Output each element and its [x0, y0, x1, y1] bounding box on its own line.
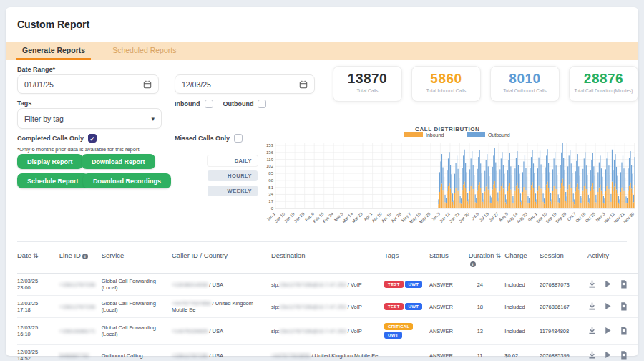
missed-calls-checkbox[interactable] [234, 134, 243, 143]
cell-caller: +14075339805 / USA [172, 318, 271, 345]
tags-label: Tags [17, 100, 31, 107]
date-from-value: 01/01/25 [24, 80, 143, 89]
document-icon[interactable] [619, 326, 628, 335]
period-button-daily[interactable]: DAILY [208, 155, 258, 166]
custom-report-card: Custom Report Generate Reports Scheduled… [6, 7, 638, 356]
play-icon[interactable] [603, 326, 613, 335]
col-header-label: Destination [271, 251, 306, 259]
download-icon[interactable] [587, 302, 597, 311]
sort-icon[interactable]: ⇅ [496, 252, 502, 259]
date-from-input[interactable]: 01/01/25 [17, 74, 159, 94]
play-icon[interactable] [603, 350, 613, 360]
cell-service: Global Call Forwarding (Local) [102, 296, 172, 318]
calendar-icon[interactable] [143, 80, 152, 89]
tag-badge-uwt: UWT [384, 332, 402, 339]
display-report-button[interactable]: Display Report [17, 154, 83, 169]
cell-caller: +15612767156 / USA [172, 345, 271, 361]
cell-session: 2076887073 [540, 274, 587, 296]
completed-calls-row: Completed Calls Only ✓ [17, 134, 97, 143]
cell-line-id: +15610086171 [59, 318, 102, 345]
col-header-label: Date [17, 251, 31, 259]
tab-scheduled-reports[interactable]: Scheduled Reports [107, 42, 182, 60]
tab-generate-reports[interactable]: Generate Reports [16, 42, 91, 60]
svg-text:51: 51 [268, 186, 273, 190]
play-icon[interactable] [603, 302, 613, 311]
completed-calls-checkbox[interactable]: ✓ [88, 134, 97, 143]
svg-text:0: 0 [271, 206, 274, 211]
cell-activity [587, 318, 638, 345]
svg-text:Sep 28: Sep 28 [555, 211, 567, 223]
col-header-charge: Charge [504, 246, 540, 274]
svg-text:Mar 23: Mar 23 [351, 211, 364, 223]
cell-status: ANSWER [429, 318, 469, 345]
period-button-weekly[interactable]: WEEKLY [208, 186, 258, 196]
inbound-label: Inbound [175, 100, 200, 107]
sort-icon[interactable]: ⇅ [33, 252, 39, 259]
col-header-destination: Destination [271, 246, 384, 274]
tag-badge-uwt: UWT [405, 281, 423, 288]
svg-text:153: 153 [266, 143, 274, 148]
col-header-date[interactable]: Date⇅ [17, 246, 59, 274]
table-row: 12/03/2517:18+15612767156Global Call For… [17, 296, 638, 318]
tag-badge-test: TEST [384, 303, 404, 310]
download-icon[interactable] [587, 350, 597, 360]
inbound-checkbox[interactable] [205, 100, 213, 108]
col-header-label: Service [102, 251, 125, 259]
cell-date: 12/03/2517:18 [17, 296, 59, 318]
cell-caller: +447577937856 / United Kingdom Mobile Ee [172, 296, 271, 318]
stat-value: 28876 [570, 71, 638, 87]
col-header-service: Service [102, 246, 172, 274]
calendar-icon[interactable] [299, 80, 308, 89]
outbound-checkbox[interactable] [258, 100, 266, 108]
dest-prefix: sip: [271, 281, 280, 288]
completed-calls-label: Completed Calls Only [17, 135, 84, 142]
document-icon[interactable] [619, 279, 628, 289]
download-report-button[interactable]: Download Report [82, 154, 155, 169]
stat-card-1: 5860Total Inbound Calls [411, 66, 481, 102]
download-recordings-button[interactable]: Download Recordings [83, 173, 171, 188]
dest-number: 15e12767156@10.7.47.253 [280, 281, 346, 288]
svg-text:Oct 16: Oct 16 [575, 211, 586, 223]
download-icon[interactable] [587, 326, 597, 335]
cell-tags: CRITICALUWT [384, 318, 429, 345]
col-header-duration[interactable]: Duration⇅i [469, 246, 505, 274]
tag-filter-select[interactable]: Filter by tag ▾ [17, 108, 162, 129]
cell-line-id: 5466887792 [59, 345, 102, 361]
document-icon[interactable] [619, 350, 628, 360]
table-row: 12/03/2514:525466887792Outbound Calling+… [17, 345, 638, 361]
date-to-input[interactable]: 12/03/25 [175, 74, 315, 94]
tag-badge-critical: CRITICAL [384, 323, 413, 330]
cell-status: ANSWER [429, 345, 469, 361]
caller-number: +447577937856 [172, 300, 210, 307]
dest-number: 15e12767156@10.7.47.253 [280, 304, 346, 310]
info-icon[interactable]: i [470, 261, 476, 267]
play-icon[interactable] [603, 279, 613, 289]
svg-text:136: 136 [266, 150, 274, 155]
schedule-report-button[interactable]: Schedule Report [17, 173, 89, 188]
svg-text:Inbound: Inbound [426, 133, 444, 138]
document-icon[interactable] [619, 302, 628, 311]
cell-charge: Included [504, 318, 540, 345]
date-value: 12/03/25 [17, 300, 57, 307]
line-id-value: +15610086171 [59, 328, 95, 334]
chart-period-buttons: DAILYHOURLYWEEKLY [208, 155, 258, 196]
stat-value: 5860 [412, 71, 480, 87]
cell-duration: 13 [469, 318, 505, 345]
download-icon[interactable] [587, 279, 597, 289]
table-row: 12/03/2516:10+15610086171Global Call For… [17, 318, 638, 345]
info-icon[interactable]: i [82, 254, 88, 259]
col-header-label: Tags [384, 251, 399, 259]
cell-duration: 18 [469, 296, 505, 318]
cell-status: ANSWER [429, 274, 469, 296]
outbound-label: Outbound [223, 100, 254, 107]
time-value: 16:10 [17, 331, 57, 337]
date-to-value: 12/03/25 [182, 80, 299, 89]
cell-activity [587, 345, 638, 361]
tag-filter-value: Filter by tag [24, 115, 151, 123]
stats-cards: 13870Total Calls5860Total Inbound Calls8… [333, 66, 638, 102]
report-note: *Only 6 months prior data is available f… [17, 146, 140, 153]
period-button-hourly[interactable]: HOURLY [208, 170, 258, 181]
date-value: 12/03/25 [17, 278, 57, 284]
svg-text:Jun 30: Jun 30 [458, 211, 470, 223]
caller-country: / USA [208, 281, 223, 288]
